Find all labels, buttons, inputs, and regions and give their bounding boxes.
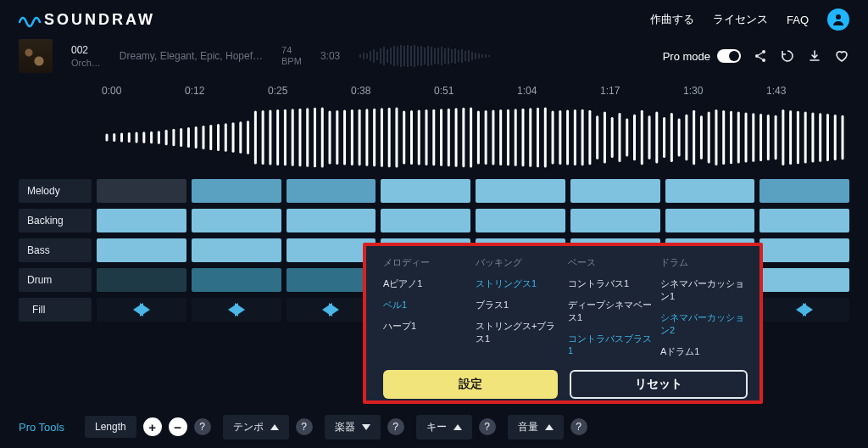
bpm-label: BPM: [281, 56, 302, 67]
triangle-right-icon: [235, 303, 245, 316]
grid-cell[interactable]: [381, 209, 470, 232]
tempo-label: テンポ: [233, 420, 264, 434]
reset-button[interactable]: リセット: [570, 370, 748, 399]
help-icon[interactable]: ?: [479, 418, 496, 435]
instrument-control[interactable]: 楽器 ?: [325, 415, 404, 440]
popup-item[interactable]: ハープ1: [383, 320, 470, 333]
help-icon[interactable]: ?: [296, 418, 313, 435]
share-icon[interactable]: [753, 48, 768, 64]
grid-cell[interactable]: [760, 179, 849, 203]
grid-cell[interactable]: [476, 209, 565, 232]
grid-cell[interactable]: [192, 179, 281, 203]
chevron-up-icon: [270, 424, 279, 430]
fill-cell[interactable]: [760, 298, 849, 322]
grid-cell[interactable]: [760, 238, 849, 262]
help-icon[interactable]: ?: [194, 418, 211, 435]
svg-point-0: [836, 14, 841, 20]
nav-faq[interactable]: FAQ: [787, 14, 809, 26]
triangle-right-icon: [140, 303, 150, 316]
track-thumbnail[interactable]: [19, 39, 53, 73]
main-waveform[interactable]: [0, 97, 868, 178]
popup-col-melody: メロディー Aピアノ1 ベル1 ハープ1: [383, 256, 470, 358]
track-bpm: 74 BPM: [281, 45, 302, 67]
grid-cell[interactable]: [381, 179, 470, 203]
ruler-tick: 1:43: [766, 85, 849, 97]
help-icon[interactable]: ?: [387, 418, 404, 435]
popup-item[interactable]: ベル1: [383, 299, 470, 311]
chevron-up-icon: [545, 424, 554, 430]
chevron-down-icon: [362, 424, 370, 430]
help-icon[interactable]: ?: [570, 418, 587, 435]
popup-item[interactable]: シネマパーカッション2: [660, 311, 748, 337]
row-label-drum: Drum: [19, 268, 92, 292]
triangle-right-icon: [803, 303, 813, 316]
popup-item[interactable]: コントラバスブラス1: [568, 333, 655, 356]
avatar[interactable]: [827, 8, 849, 31]
fill-cell[interactable]: [192, 298, 281, 322]
user-icon: [832, 13, 845, 26]
download-icon[interactable]: [807, 48, 822, 64]
nav-license[interactable]: ライセンス: [713, 12, 768, 27]
popup-item[interactable]: コントラバス1: [568, 277, 655, 290]
row-label-melody: Melody: [19, 179, 92, 203]
popup-item[interactable]: Aピアノ1: [383, 277, 470, 290]
track-duration: 3:03: [320, 50, 340, 62]
popup-item[interactable]: ディープシネマベース1: [568, 299, 655, 324]
popup-head: ベース: [568, 256, 655, 269]
fill-cell[interactable]: [97, 298, 186, 322]
grid-cell[interactable]: [665, 179, 755, 203]
timeline-ruler: 0:00 0:12 0:25 0:38 0:51 1:04 1:17 1:30 …: [0, 76, 868, 97]
mini-waveform[interactable]: [359, 43, 494, 69]
length-plus-button[interactable]: +: [143, 417, 162, 436]
apply-button[interactable]: 設定: [383, 370, 558, 399]
grid-cell[interactable]: [97, 238, 186, 262]
key-label: キー: [426, 420, 447, 434]
grid-row-backing: Backing: [19, 208, 849, 233]
popup-item[interactable]: Aドラム1: [660, 345, 748, 358]
grid-cell[interactable]: [97, 268, 186, 292]
toggle-icon: [717, 49, 741, 63]
bpm-value: 74: [281, 45, 302, 56]
heart-icon[interactable]: [834, 48, 849, 64]
instrument-popup: メロディー Aピアノ1 ベル1 ハープ1 バッキング ストリングス1 ブラス1 …: [363, 243, 763, 404]
pro-tools-bar: Pro Tools Length + − ? テンポ ? 楽器 ? キー ? 音…: [0, 406, 868, 448]
popup-item[interactable]: ストリングス1: [476, 277, 563, 290]
track-tags: Dreamy, Elegant, Epic, Hopef…: [120, 50, 263, 62]
logo[interactable]: SOUNDRAW: [19, 10, 155, 29]
grid-cell[interactable]: [570, 209, 660, 232]
popup-head: メロディー: [383, 256, 470, 269]
grid-cell[interactable]: [476, 179, 565, 203]
key-control[interactable]: キー ?: [416, 415, 496, 440]
logo-text: SOUNDRAW: [44, 11, 155, 29]
nav-compose[interactable]: 作曲する: [650, 12, 694, 27]
popup-item[interactable]: ブラス1: [476, 299, 563, 311]
popup-head: ドラム: [660, 256, 748, 269]
grid-cell[interactable]: [570, 179, 660, 203]
grid-cell[interactable]: [192, 209, 281, 232]
tempo-control[interactable]: テンポ ?: [223, 415, 313, 440]
grid-cell[interactable]: [287, 209, 376, 232]
popup-col-bass: ベース コントラバス1 ディープシネマベース1 コントラバスブラス1: [568, 256, 655, 358]
volume-control[interactable]: 音量 ?: [508, 415, 587, 440]
ruler-tick: 1:17: [600, 85, 683, 97]
length-minus-button[interactable]: −: [169, 417, 187, 436]
grid-cell[interactable]: [97, 209, 186, 232]
popup-item[interactable]: ストリングス+ブラス1: [476, 320, 563, 345]
track-subtitle: Orch…: [71, 58, 101, 68]
ruler-tick: 0:51: [434, 85, 517, 97]
grid-cell[interactable]: [287, 179, 376, 203]
logo-mark-icon: [19, 10, 44, 29]
grid-cell[interactable]: [97, 179, 186, 203]
header: SOUNDRAW 作曲する ライセンス FAQ: [0, 0, 868, 36]
length-control: Length + − ?: [85, 416, 211, 438]
refresh-icon[interactable]: [780, 48, 795, 64]
grid-cell[interactable]: [192, 268, 281, 292]
grid-cell[interactable]: [192, 238, 281, 262]
grid-cell[interactable]: [760, 209, 849, 232]
grid-cell[interactable]: [665, 209, 755, 232]
ruler-tick: 1:30: [683, 85, 766, 97]
popup-item[interactable]: シネマパーカッション1: [660, 277, 748, 303]
instrument-label: 楽器: [335, 420, 355, 434]
grid-cell[interactable]: [760, 268, 849, 292]
pro-mode-toggle[interactable]: Pro mode: [663, 49, 741, 63]
